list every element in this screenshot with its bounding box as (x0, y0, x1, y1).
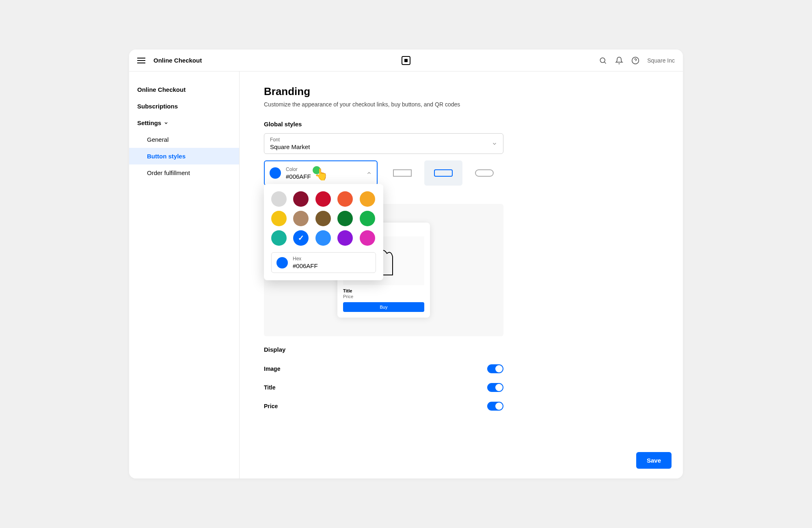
preview-subtitle: Title (343, 288, 424, 293)
header: Online Checkout Square Inc (129, 50, 683, 71)
hex-value: #006AFF (293, 262, 318, 269)
toggle-row-price: Price (264, 397, 503, 415)
toggle-label-image: Image (264, 366, 280, 372)
toggle-price[interactable] (487, 402, 503, 411)
toggle-image[interactable] (487, 364, 503, 373)
color-label: Color (286, 167, 311, 172)
header-title: Online Checkout (153, 57, 202, 64)
color-swatch-option[interactable] (293, 230, 309, 246)
font-select[interactable]: Font Square Market (264, 133, 503, 154)
color-select[interactable]: Color #006AFF 👆 (264, 160, 378, 186)
bell-icon[interactable] (615, 56, 624, 65)
main-content: Branding Customize the appearance of you… (240, 71, 683, 478)
color-value: #006AFF (286, 173, 311, 180)
preview-price-label: Price (343, 294, 424, 299)
global-styles-title: Global styles (264, 121, 503, 128)
help-icon[interactable] (631, 56, 640, 65)
sidebar-item-label: Settings (137, 119, 161, 126)
chevron-up-icon (366, 170, 372, 176)
square-logo-icon (402, 56, 410, 65)
sidebar-item-label: Online Checkout (137, 86, 186, 93)
cursor-indicator-dot (313, 166, 321, 174)
svg-point-0 (600, 58, 605, 63)
display-section-title: Display (264, 346, 503, 353)
hex-swatch (276, 257, 288, 268)
menu-icon[interactable] (137, 56, 147, 65)
sidebar-subitem-general[interactable]: General (129, 131, 239, 148)
color-swatch-option[interactable] (315, 211, 331, 226)
color-swatch-option[interactable] (271, 211, 287, 226)
sidebar-subitem-order-fulfillment[interactable]: Order fulfillment (129, 164, 239, 181)
color-dropdown: Hex #006AFF (264, 184, 383, 280)
page-subtitle: Customize the appearance of your checkou… (264, 101, 503, 108)
color-swatch-option[interactable] (337, 230, 353, 246)
preview-buy-button[interactable]: Buy (343, 302, 424, 312)
sidebar-item-subscriptions[interactable]: Subscriptions (129, 98, 239, 115)
toggle-label-price: Price (264, 403, 278, 409)
footer-save: Save (636, 452, 672, 469)
save-button[interactable]: Save (636, 452, 672, 469)
sidebar-item-label: Subscriptions (137, 103, 178, 110)
font-value: Square Market (270, 143, 310, 150)
hex-input-field[interactable]: Hex #006AFF (271, 252, 376, 273)
sidebar: Online Checkout Subscriptions Settings G… (129, 71, 240, 478)
color-swatch-option[interactable] (360, 211, 375, 226)
hex-label: Hex (293, 256, 318, 262)
shape-option-rounded[interactable] (424, 160, 462, 186)
color-shape-row: Color #006AFF 👆 (264, 160, 503, 186)
color-swatch-option[interactable] (360, 191, 375, 207)
toggle-row-title: Title (264, 378, 503, 397)
page-title: Branding (264, 85, 503, 98)
shape-options (383, 160, 503, 186)
app-window: Online Checkout Square Inc Online Checko… (129, 50, 683, 478)
sidebar-subitem-label: Order fulfillment (147, 169, 190, 176)
sidebar-item-online-checkout[interactable]: Online Checkout (129, 81, 239, 98)
toggle-title[interactable] (487, 383, 503, 392)
color-grid (271, 191, 376, 246)
svg-line-1 (605, 62, 606, 63)
color-swatch-option[interactable] (337, 211, 353, 226)
color-swatch-option[interactable] (315, 191, 331, 207)
color-swatch-option[interactable] (293, 191, 309, 207)
sidebar-item-settings[interactable]: Settings (129, 115, 239, 131)
cursor-hand-icon: 👆 (314, 168, 328, 181)
chevron-down-icon (164, 121, 168, 126)
toggle-row-image: Image (264, 359, 503, 378)
org-name[interactable]: Square Inc (647, 57, 675, 64)
search-icon[interactable] (598, 56, 607, 65)
color-swatch-option[interactable] (271, 230, 287, 246)
shape-option-pill[interactable] (466, 160, 503, 186)
color-swatch-option[interactable] (315, 230, 331, 246)
sidebar-subitem-label: General (147, 136, 168, 143)
font-label: Font (270, 137, 310, 143)
sidebar-subitem-button-styles[interactable]: Button styles (129, 148, 239, 164)
chevron-down-icon (492, 141, 497, 147)
header-actions: Square Inc (598, 56, 675, 65)
color-swatch-option[interactable] (293, 211, 309, 226)
color-swatch-option[interactable] (337, 191, 353, 207)
color-swatch-option[interactable] (271, 191, 287, 207)
color-swatch-preview (270, 167, 281, 179)
sidebar-subitem-label: Button styles (147, 153, 186, 160)
color-swatch-option[interactable] (360, 230, 375, 246)
shape-option-square[interactable] (383, 160, 421, 186)
body: Online Checkout Subscriptions Settings G… (129, 71, 683, 478)
toggle-label-title: Title (264, 384, 276, 391)
